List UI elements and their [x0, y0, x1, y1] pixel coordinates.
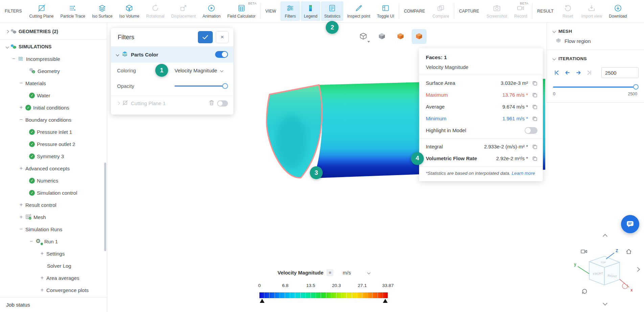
copy-icon[interactable] — [532, 104, 537, 110]
tree-item-symmetry-3[interactable]: ✓ Symmetry 3 — [0, 150, 107, 162]
tree-item-geometries[interactable]: GEOMETRIES (2) — [0, 25, 107, 38]
view-mode-parts-color-button[interactable] — [412, 29, 427, 44]
toolbar-button-particle-trace[interactable]: Particle Trace — [58, 1, 88, 21]
parts-color-section-header[interactable]: Parts Color — [111, 46, 233, 63]
tree-item-settings[interactable]: + Settings — [0, 247, 107, 260]
expand-toggle[interactable]: + — [19, 202, 23, 208]
toolbar-button-iso-volume[interactable]: Iso Volume — [116, 1, 142, 21]
sidebar-scrollbar[interactable] — [104, 163, 106, 251]
expand-toggle[interactable]: + — [19, 104, 23, 111]
job-status-bar[interactable]: Job status — [0, 297, 107, 312]
expand-toggle[interactable]: + — [40, 287, 44, 293]
apply-button[interactable] — [198, 31, 213, 43]
toolbar-button-legend[interactable]: Legend — [301, 1, 320, 21]
slider-handle[interactable] — [222, 83, 228, 89]
tree-item-pressure-inlet-1[interactable]: ✓ Pressure inlet 1 — [0, 126, 107, 138]
collapse-toggle[interactable]: − — [29, 238, 33, 244]
tree-item-incompressible[interactable]: − Incompressible — [0, 53, 107, 65]
collapse-toggle[interactable]: − — [19, 117, 23, 123]
toolbar-button-inspect-point[interactable]: Inspect point — [344, 1, 373, 21]
expand-toggle[interactable]: + — [40, 250, 44, 257]
home-icon[interactable] — [625, 248, 632, 255]
toolbar-button-iso-surface[interactable]: Iso Surface — [89, 1, 116, 21]
toolbar-button-cutting-plane[interactable]: Cutting Plane — [26, 1, 56, 21]
toolbar-button-filters[interactable]: Filters — [280, 1, 300, 21]
toolbar-button-download[interactable]: Download — [606, 1, 630, 21]
trash-icon[interactable] — [209, 100, 214, 107]
tree-item-mesh[interactable]: + Mesh — [0, 211, 107, 223]
copy-icon[interactable] — [532, 144, 537, 149]
tree-item-initial-conditions[interactable]: + ✓ Initial conditions — [0, 101, 107, 114]
toolbar-button-toggle-ui[interactable]: Toggle UI — [374, 1, 397, 21]
chevron-down-icon[interactable] — [367, 271, 370, 274]
tree-item-solver-log[interactable]: Solver Log — [0, 260, 107, 272]
copy-icon[interactable] — [532, 116, 537, 121]
legend-menu-button[interactable]: ≡ — [326, 269, 334, 276]
toolbar-button-rotational[interactable]: Rotational — [143, 1, 167, 21]
chevron-right-icon[interactable] — [6, 30, 9, 33]
previous-iteration-button[interactable] — [564, 69, 571, 76]
tree-item-geometry[interactable]: Geometry — [0, 65, 107, 77]
tree-item-convergence-plots[interactable]: + Convergence plots — [0, 284, 107, 296]
tree-item-area-averages[interactable]: + Area averages — [0, 272, 107, 284]
expand-toggle[interactable]: + — [19, 214, 23, 220]
first-iteration-button[interactable] — [553, 69, 560, 76]
collapse-toggle[interactable]: − — [19, 226, 23, 232]
iteration-input[interactable] — [601, 67, 639, 78]
learn-more-link[interactable]: Learn more — [512, 171, 535, 176]
tree-item-materials[interactable]: − Materials — [0, 77, 107, 89]
toolbar-button-record[interactable]: BETA Record — [511, 1, 530, 21]
chevron-right-icon[interactable] — [636, 268, 639, 271]
toolbar-button-import-view[interactable]: Import view — [578, 1, 605, 21]
tree-item-water[interactable]: ✓ Water — [0, 89, 107, 101]
collapse-toggle[interactable]: − — [12, 56, 16, 62]
navigation-cube-widget[interactable]: FRONT RIGHT TOP y Z x — [568, 234, 641, 310]
view-mode-surface-button[interactable] — [374, 29, 389, 44]
tree-item-advanced-concepts[interactable]: + Advanced concepts — [0, 162, 107, 174]
tree-item-simulation-runs[interactable]: − Simulation Runs — [0, 223, 107, 235]
camera-icon[interactable] — [580, 248, 588, 255]
cutting-plane-1-row[interactable]: Cutting Plane 1 — [111, 96, 233, 111]
toolbar-button-displacement[interactable]: Displacement — [168, 1, 199, 21]
close-button[interactable]: × — [216, 31, 229, 43]
collapse-toggle[interactable]: − — [19, 80, 23, 86]
tree-item-result-control[interactable]: + Result control — [0, 199, 107, 211]
coloring-dropdown[interactable]: Velocity Magnitude — [175, 68, 223, 73]
chevron-down-icon[interactable] — [6, 45, 9, 48]
highlight-toggle[interactable] — [525, 127, 537, 134]
toolbar-button-statistics[interactable]: Statistics 2 — [321, 1, 343, 21]
opacity-slider[interactable] — [175, 83, 227, 89]
orientation-cube[interactable]: FRONT RIGHT TOP y Z x — [568, 234, 641, 310]
toolbar-button-field-calculator[interactable]: BETA Field Calculator — [224, 1, 258, 21]
parts-color-toggle[interactable] — [215, 51, 228, 58]
expand-toggle[interactable]: + — [40, 275, 44, 281]
iteration-slider[interactable] — [553, 84, 637, 90]
mesh-section-header[interactable]: MESH — [547, 23, 644, 37]
cutting-plane-1-toggle[interactable] — [217, 100, 228, 106]
expand-toggle[interactable]: + — [19, 165, 23, 171]
toolbar-button-screenshot[interactable]: Screenshot — [484, 1, 510, 21]
toolbar-button-compare[interactable]: Compare — [430, 1, 452, 21]
support-chat-button[interactable] — [621, 215, 639, 233]
chevron-up-icon[interactable] — [603, 235, 607, 238]
view-mode-wireframe-button[interactable] — [356, 29, 371, 44]
tree-item-pressure-outlet-2[interactable]: ✓ Pressure outlet 2 — [0, 138, 107, 150]
slider-handle[interactable] — [633, 84, 639, 90]
view-mode-solid-button[interactable] — [393, 29, 408, 44]
last-iteration-button[interactable] — [585, 69, 593, 76]
toolbar-button-reset[interactable]: Reset — [558, 1, 578, 21]
tree-item-numerics[interactable]: ✓ Numerics — [0, 174, 107, 187]
next-iteration-button[interactable] — [575, 69, 582, 76]
flow-region-item[interactable]: Flow region — [547, 37, 644, 50]
copy-icon[interactable] — [532, 156, 537, 161]
tree-item-simulations[interactable]: SIMULATIONS — [0, 41, 107, 53]
tree-item-boundary-conditions[interactable]: − Boundary conditions — [0, 114, 107, 126]
chevron-down-icon[interactable] — [603, 302, 607, 305]
chevron-right-icon[interactable] — [117, 102, 120, 105]
copy-icon[interactable] — [532, 80, 537, 86]
copy-icon[interactable] — [532, 92, 537, 98]
rotate-ccw-icon[interactable] — [581, 288, 588, 295]
tree-item-run-1[interactable]: − ⚙ Run 1 — [0, 235, 107, 247]
toolbar-button-animation[interactable]: Animation — [200, 1, 224, 21]
tree-item-simulation-control[interactable]: ✓ Simulation control — [0, 187, 107, 199]
